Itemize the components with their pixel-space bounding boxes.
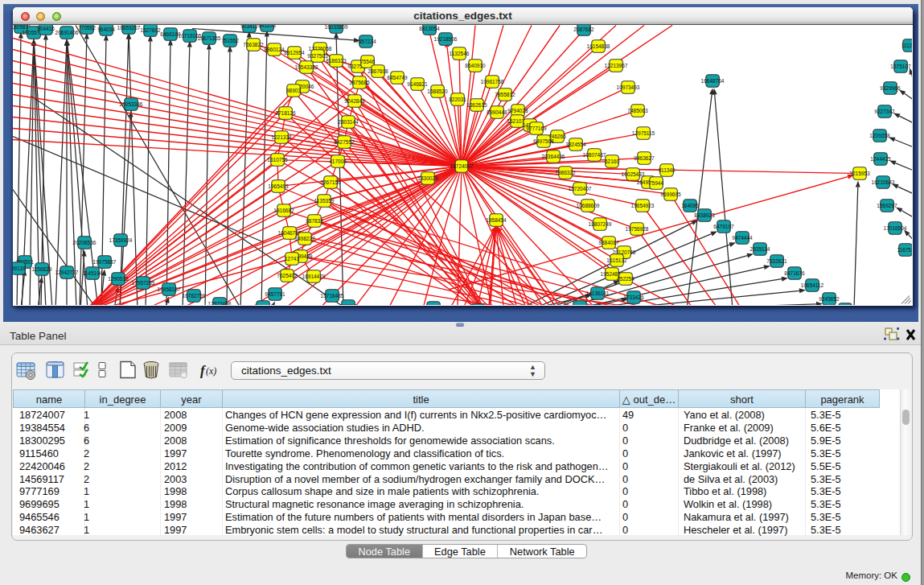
svg-text:(x): (x) <box>206 365 216 377</box>
